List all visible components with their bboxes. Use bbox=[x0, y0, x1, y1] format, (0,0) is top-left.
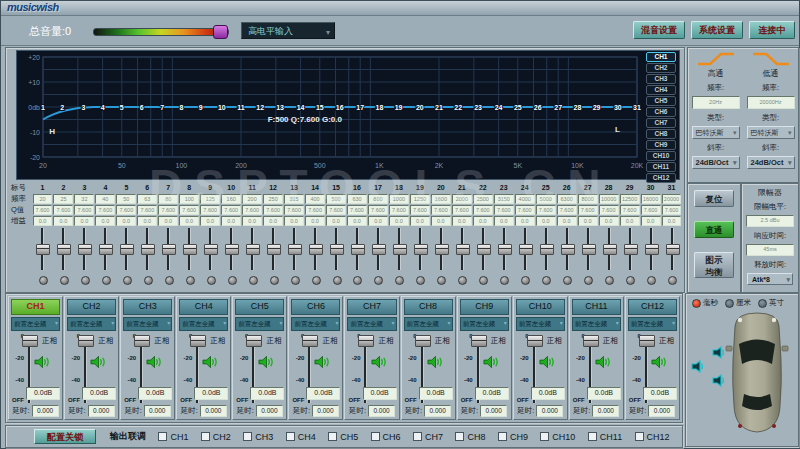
band-freq-field[interactable]: 2000 bbox=[452, 194, 472, 204]
band-point[interactable]: 9 bbox=[199, 104, 203, 111]
band-led[interactable] bbox=[458, 276, 467, 285]
band-slider[interactable] bbox=[137, 226, 158, 288]
band-point[interactable]: 28 bbox=[573, 104, 581, 111]
delay-value[interactable]: 0.000 bbox=[312, 405, 339, 417]
band-q-field[interactable]: 7.600 bbox=[662, 205, 682, 215]
band-slider[interactable] bbox=[53, 226, 74, 288]
band-q-field[interactable]: 7.600 bbox=[410, 205, 430, 215]
band-slider-handle[interactable] bbox=[246, 244, 260, 255]
band-freq-field[interactable]: 12500 bbox=[620, 194, 640, 204]
band-slider[interactable] bbox=[556, 226, 577, 288]
band-freq-field[interactable]: 1000 bbox=[389, 194, 409, 204]
band-led[interactable] bbox=[165, 276, 174, 285]
channel-source-select[interactable]: 前置左全频▾ bbox=[291, 317, 340, 331]
band-freq-field[interactable]: 1600 bbox=[431, 194, 451, 204]
channel-tab-ch3[interactable]: CH3 bbox=[646, 74, 676, 84]
band-slider-handle[interactable] bbox=[456, 244, 470, 255]
channel-header[interactable]: CH3 bbox=[123, 299, 172, 315]
band-point[interactable]: 7 bbox=[160, 104, 164, 111]
band-freq-field[interactable]: 16000 bbox=[641, 194, 661, 204]
band-slider[interactable] bbox=[619, 226, 640, 288]
channel-header[interactable]: CH2 bbox=[67, 299, 116, 315]
band-gain-field[interactable]: 0.0 bbox=[158, 216, 178, 226]
checkbox-icon[interactable] bbox=[201, 432, 210, 441]
band-q-field[interactable]: 7.600 bbox=[641, 205, 661, 215]
mute-speaker-icon[interactable] bbox=[314, 355, 331, 369]
band-slider-handle[interactable] bbox=[603, 244, 617, 255]
channel-gain-value[interactable]: 0.0dB bbox=[363, 387, 397, 400]
band-q-field[interactable]: 7.600 bbox=[116, 205, 136, 215]
hp-slope-select[interactable]: 24dB/Oct▾ bbox=[692, 156, 740, 169]
band-point[interactable]: 1 bbox=[41, 104, 45, 111]
channel-header[interactable]: CH10 bbox=[516, 299, 565, 315]
phase-label[interactable]: 正相 bbox=[603, 336, 618, 346]
band-led[interactable] bbox=[312, 276, 321, 285]
band-slider-handle[interactable] bbox=[477, 244, 491, 255]
lowpass-handle[interactable]: L bbox=[615, 125, 620, 134]
mute-speaker-icon[interactable] bbox=[34, 355, 51, 369]
band-freq-field[interactable]: 40 bbox=[95, 194, 115, 204]
band-led[interactable] bbox=[647, 276, 656, 285]
channel-gain-value[interactable]: 0.0dB bbox=[306, 387, 340, 400]
channel-header[interactable]: CH9 bbox=[460, 299, 509, 315]
band-point[interactable]: 4 bbox=[101, 104, 105, 111]
channel-fader-handle[interactable] bbox=[22, 335, 38, 347]
input-mode-select[interactable]: 高电平输入 ▾ bbox=[241, 22, 335, 39]
band-slider[interactable] bbox=[116, 226, 137, 288]
band-point[interactable]: 14 bbox=[297, 104, 305, 111]
band-q-field[interactable]: 7.600 bbox=[137, 205, 157, 215]
channel-fader-handle[interactable] bbox=[583, 335, 599, 347]
band-slider-handle[interactable] bbox=[540, 244, 554, 255]
band-led[interactable] bbox=[228, 276, 237, 285]
band-q-field[interactable]: 7.600 bbox=[179, 205, 199, 215]
channel-fader-handle[interactable] bbox=[358, 335, 374, 347]
band-slider-handle[interactable] bbox=[204, 244, 218, 255]
band-slider-handle[interactable] bbox=[393, 244, 407, 255]
band-led[interactable] bbox=[207, 276, 216, 285]
band-freq-field[interactable]: 800 bbox=[368, 194, 388, 204]
volume-knob[interactable] bbox=[213, 25, 228, 39]
channel-header[interactable]: CH12 bbox=[628, 299, 677, 315]
band-slider-handle[interactable] bbox=[225, 244, 239, 255]
band-point[interactable]: 27 bbox=[554, 104, 562, 111]
band-slider-handle[interactable] bbox=[561, 244, 575, 255]
band-led[interactable] bbox=[626, 276, 635, 285]
band-q-field[interactable]: 7.600 bbox=[53, 205, 73, 215]
phase-label[interactable]: 正相 bbox=[659, 336, 674, 346]
checkbox-icon[interactable] bbox=[371, 432, 380, 441]
band-gain-field[interactable]: 0.0 bbox=[599, 216, 619, 226]
band-gain-field[interactable]: 0.0 bbox=[326, 216, 346, 226]
channel-tab-ch8[interactable]: CH8 bbox=[646, 129, 676, 139]
band-freq-field[interactable]: 2500 bbox=[473, 194, 493, 204]
band-freq-field[interactable]: 5000 bbox=[536, 194, 556, 204]
band-slider[interactable] bbox=[514, 226, 535, 288]
band-q-field[interactable]: 7.600 bbox=[305, 205, 325, 215]
band-point[interactable]: 21 bbox=[435, 104, 443, 111]
phase-label[interactable]: 正相 bbox=[322, 336, 337, 346]
channel-gain-value[interactable]: 0.0dB bbox=[531, 387, 565, 400]
band-q-field[interactable]: 7.600 bbox=[452, 205, 472, 215]
delay-value[interactable]: 0.000 bbox=[648, 405, 675, 417]
band-led[interactable] bbox=[668, 276, 677, 285]
band-gain-field[interactable]: 0.0 bbox=[536, 216, 556, 226]
channel-tab-ch2[interactable]: CH2 bbox=[646, 63, 676, 73]
connect-status-button[interactable]: 连接中 bbox=[749, 21, 795, 39]
phase-label[interactable]: 正相 bbox=[379, 336, 394, 346]
band-slider[interactable] bbox=[598, 226, 619, 288]
checkbox-icon[interactable] bbox=[328, 432, 337, 441]
band-q-field[interactable]: 7.600 bbox=[326, 205, 346, 215]
link-checkbox-ch8[interactable]: CH8 bbox=[455, 432, 485, 442]
channel-gain-value[interactable]: 0.0dB bbox=[643, 387, 677, 400]
band-led[interactable] bbox=[374, 276, 383, 285]
mute-speaker-icon[interactable] bbox=[539, 355, 556, 369]
band-slider[interactable] bbox=[661, 226, 682, 288]
band-freq-field[interactable]: 250 bbox=[263, 194, 283, 204]
channel-fader-handle[interactable] bbox=[302, 335, 318, 347]
channel-tab-ch4[interactable]: CH4 bbox=[646, 85, 676, 95]
band-slider[interactable] bbox=[263, 226, 284, 288]
link-checkbox-ch2[interactable]: CH2 bbox=[201, 432, 231, 442]
band-gain-field[interactable]: 0.0 bbox=[452, 216, 472, 226]
checkbox-icon[interactable] bbox=[158, 432, 167, 441]
band-gain-field[interactable]: 0.0 bbox=[284, 216, 304, 226]
band-led[interactable] bbox=[353, 276, 362, 285]
